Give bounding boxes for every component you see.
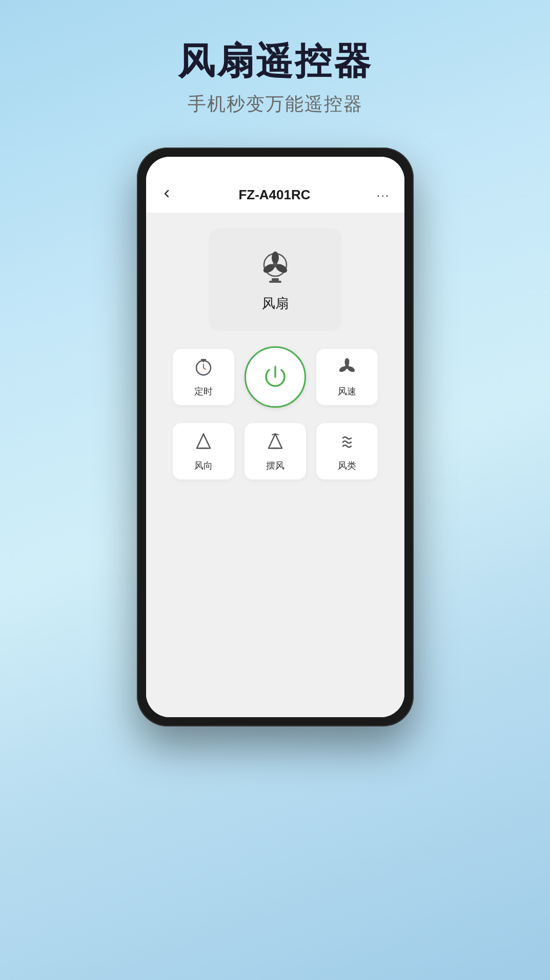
power-button[interactable]: [245, 346, 306, 408]
svg-point-4: [272, 252, 279, 264]
main-title: 风扇遥控器: [0, 41, 550, 81]
svg-point-7: [273, 263, 277, 267]
clock-icon: [193, 357, 214, 381]
wind-speed-button[interactable]: 风速: [316, 349, 378, 405]
wind-direction-label: 风向: [194, 460, 213, 472]
status-bar: [146, 157, 404, 177]
fan-speed-icon: [337, 357, 357, 381]
wind-type-label: 风类: [338, 460, 356, 472]
wind-speed-label: 风速: [338, 385, 356, 398]
timer-button[interactable]: 定时: [173, 349, 234, 405]
fan-card: 风扇: [209, 228, 342, 331]
wind-type-icon: [337, 431, 357, 455]
content-area: 风扇 定时: [146, 213, 404, 717]
swing-icon: [265, 431, 286, 455]
wind-direction-button[interactable]: 风向: [173, 423, 234, 479]
sub-title: 手机秒变万能遥控器: [0, 92, 550, 117]
fan-icon: [255, 247, 296, 288]
svg-point-13: [345, 365, 349, 368]
swing-label: 摆风: [266, 460, 284, 472]
back-button[interactable]: [160, 187, 173, 203]
swing-button[interactable]: 摆风: [245, 423, 306, 479]
controls-row-2: 风向 摆风: [161, 423, 389, 479]
nav-title: FZ-A401RC: [238, 187, 310, 203]
phone-screen: FZ-A401RC ···: [146, 157, 404, 717]
fan-label: 风扇: [262, 295, 289, 312]
power-icon: [260, 362, 291, 392]
controls-row-1: 定时: [161, 346, 389, 408]
timer-label: 定时: [194, 385, 213, 398]
svg-rect-1: [269, 281, 281, 283]
wind-type-button[interactable]: 风类: [316, 423, 378, 479]
phone-frame: FZ-A401RC ···: [137, 148, 414, 726]
more-button[interactable]: ···: [376, 188, 390, 202]
nav-bar: FZ-A401RC ···: [146, 177, 404, 213]
wind-direction-icon: [193, 431, 214, 455]
svg-point-10: [344, 358, 349, 366]
